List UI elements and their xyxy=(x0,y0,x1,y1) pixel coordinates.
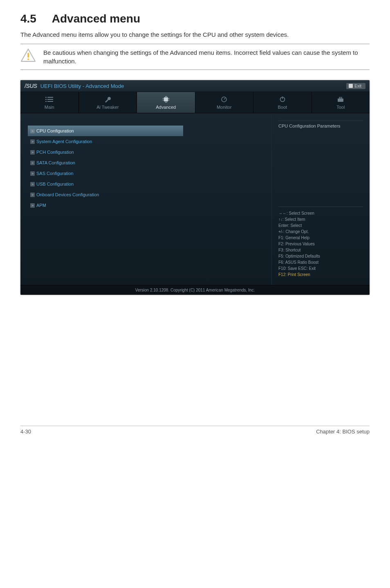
help-line: +/-: Change Opt. xyxy=(278,229,363,235)
section-title: Advanced menu xyxy=(52,12,140,25)
tab-main[interactable]: Main xyxy=(20,92,79,113)
help-line: Enter: Select xyxy=(278,222,363,229)
config-item-system-agent[interactable]: > System Agent Configuration xyxy=(28,136,264,147)
bios-main-panel: > CPU Configuration > System Agent Confi… xyxy=(20,113,271,285)
bios-tabs: Main Ai Tweaker Advanced Monitor Boot xyxy=(20,92,370,113)
svg-rect-0 xyxy=(27,53,29,57)
bios-title: UEFI BIOS Utility - Advanced Mode xyxy=(40,83,124,89)
tab-tool[interactable]: Tool xyxy=(312,92,370,113)
tab-label: Monitor xyxy=(217,105,232,110)
svg-rect-2 xyxy=(45,97,47,98)
config-item-label: USB Configuration xyxy=(36,182,74,186)
tab-label: Tool xyxy=(336,105,345,110)
svg-rect-19 xyxy=(282,97,283,99)
config-item-onboard-devices[interactable]: > Onboard Devices Configuration xyxy=(28,189,264,200)
config-item-label: PCH Configuration xyxy=(36,150,74,155)
tab-label: Boot xyxy=(278,105,287,110)
chevron-right-icon: > xyxy=(30,193,35,197)
config-item-sata[interactable]: > SATA Configuration xyxy=(28,157,264,168)
svg-rect-13 xyxy=(165,96,166,97)
tab-monitor[interactable]: Monitor xyxy=(195,92,254,113)
bios-logo-area: /SUS UEFI BIOS Utility - Advanced Mode xyxy=(25,83,124,89)
toolbox-icon xyxy=(336,96,345,103)
svg-rect-8 xyxy=(164,97,168,101)
config-item-label: System Agent Configuration xyxy=(36,139,92,144)
config-item-label: SAS Configuration xyxy=(36,171,74,176)
svg-rect-6 xyxy=(45,101,47,102)
config-item-label: APM xyxy=(36,203,46,208)
help-box: →←: Select Screen ↑↓: Select Item Enter:… xyxy=(278,206,363,278)
tab-boot[interactable]: Boot xyxy=(253,92,312,113)
section-heading: 4.5 Advanced menu xyxy=(20,12,370,25)
page-number: 4-30 xyxy=(20,429,31,435)
svg-rect-3 xyxy=(47,97,53,98)
caution-icon xyxy=(20,48,36,62)
config-item-pch[interactable]: > PCH Configuration xyxy=(28,147,264,157)
help-line: F2: Previous Values xyxy=(278,241,363,247)
wrench-icon xyxy=(103,96,112,103)
config-item-cpu[interactable]: > CPU Configuration xyxy=(28,126,183,136)
bios-sidebar: CPU Configuration Parameters →←: Select … xyxy=(271,113,370,285)
bios-window: /SUS UEFI BIOS Utility - Advanced Mode E… xyxy=(20,80,370,295)
asus-logo: /SUS xyxy=(25,83,37,89)
help-line: F3: Shortcut xyxy=(278,247,363,253)
caution-text: Be cautious when changing the settings o… xyxy=(43,48,370,65)
page-footer: 4-30 Chapter 4: BIOS setup xyxy=(20,426,370,435)
chevron-right-icon: > xyxy=(30,139,35,144)
tab-advanced[interactable]: Advanced xyxy=(137,92,195,113)
chip-icon xyxy=(162,96,170,103)
chevron-right-icon: > xyxy=(30,203,35,208)
tab-label: Main xyxy=(45,105,54,110)
tab-ai-tweaker[interactable]: Ai Tweaker xyxy=(79,92,137,113)
svg-rect-7 xyxy=(47,101,53,102)
chevron-right-icon: > xyxy=(30,182,35,186)
config-item-label: CPU Configuration xyxy=(36,128,74,133)
help-line: F10: Save ESC: Exit xyxy=(278,265,363,272)
svg-rect-16 xyxy=(166,102,167,103)
svg-rect-12 xyxy=(168,100,169,101)
config-item-label: Onboard Devices Configuration xyxy=(36,192,99,197)
caution-box: Be cautious when changing the settings o… xyxy=(20,44,370,70)
chevron-right-icon: > xyxy=(30,129,35,133)
svg-point-1 xyxy=(27,58,29,60)
help-line: F5: Optimized Defaults xyxy=(278,253,363,259)
help-line: F1: General Help xyxy=(278,235,363,241)
help-line: F12: Print Screen xyxy=(278,272,363,278)
svg-rect-20 xyxy=(338,99,343,102)
chevron-right-icon: > xyxy=(30,161,35,165)
svg-rect-14 xyxy=(166,96,167,97)
config-item-sas[interactable]: > SAS Configuration xyxy=(28,168,264,179)
chevron-right-icon: > xyxy=(30,150,35,155)
bios-titlebar: /SUS UEFI BIOS Utility - Advanced Mode E… xyxy=(20,80,370,92)
sidebar-header: CPU Configuration Parameters xyxy=(278,121,363,132)
bios-body: > CPU Configuration > System Agent Confi… xyxy=(20,113,370,285)
list-icon xyxy=(45,96,54,103)
help-line: F6: ASUS Ratio Boost xyxy=(278,259,363,265)
svg-rect-10 xyxy=(163,100,164,101)
power-icon xyxy=(278,96,287,103)
svg-rect-11 xyxy=(168,98,169,99)
svg-rect-4 xyxy=(45,99,47,100)
bios-footer: Version 2.10.1208. Copyright (C) 2011 Am… xyxy=(20,285,370,295)
monitor-icon xyxy=(220,96,228,103)
svg-rect-15 xyxy=(165,102,166,103)
config-item-usb[interactable]: > USB Configuration xyxy=(28,179,264,189)
config-item-apm[interactable]: > APM xyxy=(28,200,264,211)
tab-label: Ai Tweaker xyxy=(96,105,119,110)
intro-text: The Advanced menu items allow you to cha… xyxy=(20,30,370,39)
chevron-right-icon: > xyxy=(30,171,35,176)
exit-button[interactable]: Exit xyxy=(346,83,365,89)
chapter-label: Chapter 4: BIOS setup xyxy=(316,429,370,435)
exit-label: Exit xyxy=(354,84,361,88)
help-line: →←: Select Screen xyxy=(278,210,363,216)
tab-label: Advanced xyxy=(156,105,176,110)
svg-rect-21 xyxy=(339,97,342,99)
section-number: 4.5 xyxy=(20,12,49,25)
config-list: > CPU Configuration > System Agent Confi… xyxy=(28,126,264,211)
config-item-label: SATA Configuration xyxy=(36,160,75,165)
help-line: ↑↓: Select Item xyxy=(278,216,363,222)
svg-rect-9 xyxy=(163,98,164,99)
svg-rect-5 xyxy=(47,99,53,100)
